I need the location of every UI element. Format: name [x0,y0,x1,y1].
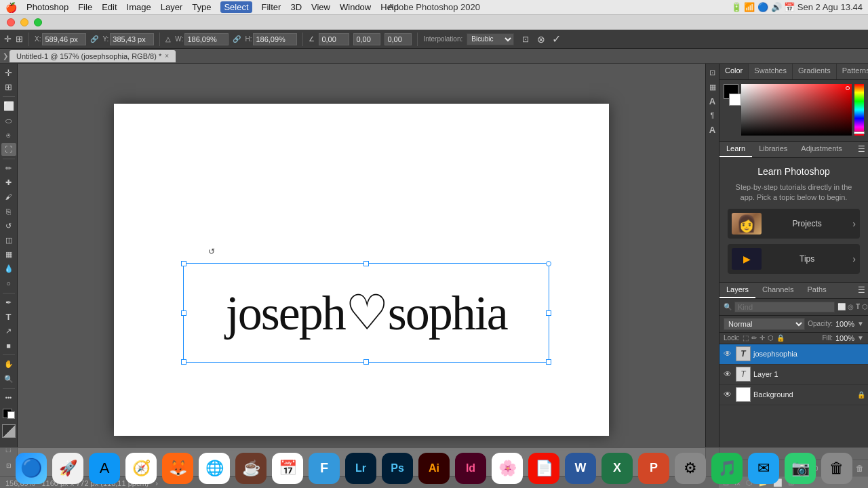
tab-adjustments[interactable]: Adjustments [794,142,849,157]
tab-channels[interactable]: Channels [755,283,800,298]
menu-select[interactable]: Select [220,1,252,13]
learn-panel-options-icon[interactable]: ☰ [855,142,868,157]
eyedropper-tool[interactable]: ✏ [1,162,16,175]
dock-amphetamine[interactable]: ☕ [235,453,267,484]
filter-pixel-icon[interactable]: ⬜ [837,303,846,310]
quick-mask-mode[interactable] [2,424,16,438]
dock-lightroom[interactable]: Lr [345,453,376,484]
hand-tool[interactable]: ✋ [1,358,16,371]
blur-tool[interactable]: 💧 [1,262,16,275]
dodge-tool[interactable]: ○ [1,277,16,290]
background-color[interactable] [7,411,15,419]
apple-menu[interactable]: 🍎 [5,2,17,13]
learn-card-projects[interactable]: 👩 Projects › [728,209,860,239]
zoom-tool[interactable]: 🔍 [1,373,16,386]
menu-photoshop[interactable]: Photoshop [26,2,68,12]
dock-indesign[interactable]: Id [455,453,486,484]
tab-paths[interactable]: Paths [801,283,833,298]
layer-visibility-layer1[interactable]: 👁 [722,369,733,380]
brush-tool[interactable]: 🖌 [1,190,16,203]
menu-type[interactable]: Type [192,2,211,12]
layer-visibility-background[interactable]: 👁 [722,389,733,400]
dock-trash[interactable]: 🗑 [821,453,852,484]
dock-launchpad[interactable]: 🚀 [52,453,83,484]
dock-calendar[interactable]: 📅 [272,453,303,484]
shape-tool[interactable]: ■ [1,339,16,352]
menu-edit[interactable]: Edit [102,2,117,12]
hskew-input[interactable] [353,33,380,45]
transform-handle-top-right[interactable] [546,261,551,266]
menu-filter[interactable]: Filter [262,2,281,12]
dock-spotify[interactable]: 🎵 [711,453,743,484]
background-swatch[interactable] [729,94,741,106]
tab-close-button[interactable]: × [165,52,169,60]
dock-safari[interactable]: 🧭 [125,453,157,484]
menu-3d[interactable]: 3D [290,2,302,12]
dock-acrobat[interactable]: 📄 [528,453,559,484]
blend-mode-select[interactable]: Normal Multiply Screen Overlay [724,318,805,330]
filter-text-icon[interactable]: T [856,303,860,310]
confirm-transform-icon[interactable]: ✓ [552,33,561,45]
dock-firefox[interactable]: 🦊 [162,453,193,484]
tab-patterns[interactable]: Patterns [837,64,868,79]
layer-row-josephsophia[interactable]: 👁 T josephsophia [719,344,868,365]
dock-finder[interactable]: 🔵 [16,453,47,484]
transform-handle-top-left[interactable] [181,261,186,266]
transform-handle-bottom-right[interactable] [546,359,551,365]
layer-row-background[interactable]: 👁 Background 🔒 [719,385,868,405]
fill-arrow-icon[interactable]: ▼ [857,334,864,342]
lock-transparent-icon[interactable]: ⬚ [743,334,749,342]
dock-appstore[interactable]: A [89,453,120,484]
tab-gradients[interactable]: Gradients [793,64,837,79]
dock-powerpoint[interactable]: P [638,453,669,484]
layers-panel-options-icon[interactable]: ☰ [855,283,868,298]
opacity-value[interactable]: 100% [835,320,854,328]
dock-chrome[interactable]: 🌐 [199,453,230,484]
healing-brush-tool[interactable]: ✚ [1,176,16,189]
dock-fontcase[interactable]: F [309,453,340,484]
rectangular-marquee-tool[interactable]: ⬜ [1,100,16,113]
cancel-transform-icon[interactable]: ⊗ [537,34,545,45]
layer-filter-input[interactable] [734,302,835,312]
fill-value[interactable]: 100% [835,334,854,342]
transform-bounding-box[interactable]: joseph♡sophia [183,263,549,363]
menu-image[interactable]: Image [127,2,151,12]
path-selection-tool[interactable]: ↗ [1,325,16,338]
dock-mail[interactable]: ✉ [748,453,779,484]
text-properties-icon[interactable]: A [707,95,719,107]
canvas-tab[interactable]: Untitled-1 @ 157% (josephsophia, RGB/8) … [9,50,176,62]
dock-illustrator[interactable]: Ai [418,453,450,484]
fg-bg-colors[interactable] [1,407,16,420]
menu-window[interactable]: Window [340,2,371,12]
lock-position-icon[interactable]: ✛ [760,334,765,342]
eraser-tool[interactable]: ◫ [1,234,16,247]
dock-excel[interactable]: X [601,453,633,484]
history-brush-tool[interactable]: ↺ [1,220,16,232]
maximize-button[interactable] [34,18,42,26]
w-input[interactable] [184,33,229,45]
properties-icon[interactable]: ⊡ [707,66,719,79]
warp-icon[interactable]: ⊡ [522,35,529,44]
lock-artboard-icon[interactable]: ⬡ [768,334,774,342]
tab-libraries[interactable]: Libraries [752,142,794,157]
dock-word[interactable]: W [565,453,596,484]
dock-facetime[interactable]: 📷 [785,453,816,484]
gradient-tool[interactable]: ▦ [1,248,16,261]
lock-image-icon[interactable]: ✏ [751,334,757,342]
tab-color[interactable]: Color [719,64,749,79]
h-input[interactable] [253,33,297,45]
tab-layers[interactable]: Layers [719,283,755,298]
move-tool[interactable]: ✛ [1,66,16,79]
menu-file[interactable]: File [78,2,92,12]
artboard-tool[interactable]: ⊞ [1,81,16,94]
crop-tool[interactable]: ⛶ [1,143,16,156]
y-input[interactable] [110,33,154,45]
panel-collapse-icon[interactable]: ❯ [3,52,9,60]
channels-icon[interactable]: ▦ [707,81,719,93]
layer-row-layer1[interactable]: 👁 T Layer 1 [719,365,868,385]
interpolation-select[interactable]: Bicubic Bilinear Nearest Neighbor [467,33,514,45]
minimize-button[interactable] [20,18,28,26]
filter-shape-icon[interactable]: ⬡ [862,303,868,310]
hue-slider[interactable] [854,84,864,136]
tab-learn[interactable]: Learn [719,142,752,157]
